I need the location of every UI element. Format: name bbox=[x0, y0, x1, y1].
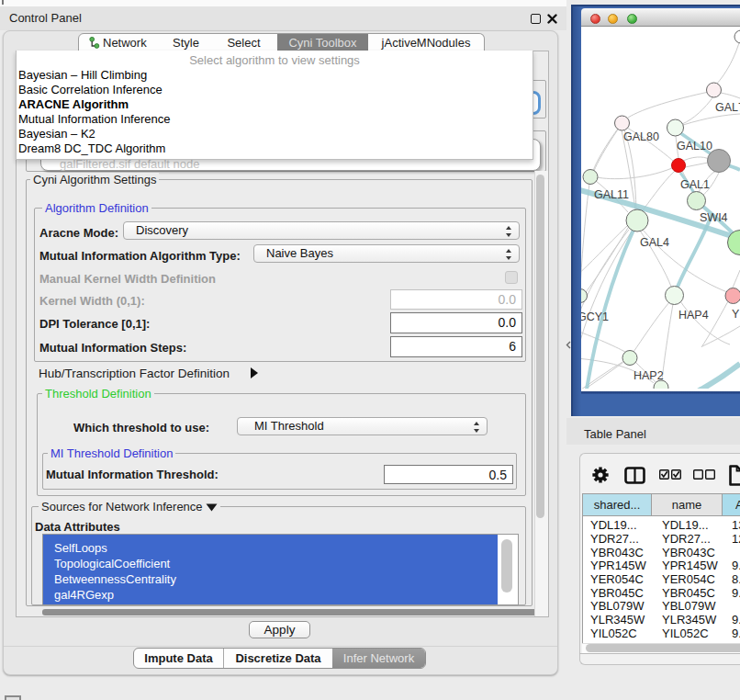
svg-text:HAP4: HAP4 bbox=[678, 309, 709, 322]
svg-text:GCY1: GCY1 bbox=[581, 310, 609, 323]
svg-text:HAP2: HAP2 bbox=[633, 369, 664, 382]
svg-text:GAL11: GAL11 bbox=[594, 188, 629, 201]
svg-text:SWI4: SWI4 bbox=[700, 211, 728, 224]
svg-text:GAL10: GAL10 bbox=[677, 140, 712, 152]
svg-text:GAL4: GAL4 bbox=[640, 236, 669, 249]
svg-text:GAL7: GAL7 bbox=[715, 101, 740, 114]
svg-text:Y: Y bbox=[732, 308, 740, 321]
svg-text:GAL80: GAL80 bbox=[623, 130, 659, 143]
svg-text:GAL1: GAL1 bbox=[680, 178, 710, 191]
